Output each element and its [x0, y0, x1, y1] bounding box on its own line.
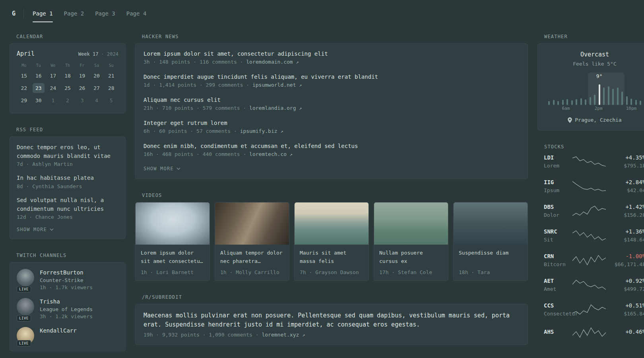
video-title[interactable]: Mauris sit amet massa felis — [300, 249, 363, 266]
story-domain-link[interactable]: loremdomain.com — [246, 59, 293, 65]
video-title[interactable]: Lorem ipsum dolor sit amet consectetu… — [141, 249, 204, 266]
story-domain-link[interactable]: ipsumify.biz — [240, 128, 277, 134]
stock-name: Lorem — [544, 163, 569, 169]
stock-row[interactable]: CCS Consectetur +0.51% $165.84 — [544, 302, 644, 317]
post-title[interactable]: Maecenas mollis pulvinar erat non posuer… — [144, 311, 520, 329]
avatar-image — [17, 269, 34, 286]
post-item[interactable]: Maecenas mollis pulvinar erat non posuer… — [144, 311, 520, 338]
tab-page-4[interactable]: Page 4 — [126, 9, 147, 18]
story-title[interactable]: Integer eget rutrum lorem — [144, 120, 520, 126]
video-title[interactable]: Aliquam tempor dolor nec pharetra… — [220, 249, 284, 266]
feed-item-meta: 8d · Cynthia Saunders — [17, 183, 118, 189]
calendar-day: 29 — [18, 95, 30, 105]
feed-item[interactable]: Donec tempor eros leo, ut commodo mauris… — [17, 143, 118, 167]
stock-price: $66,171.48 — [609, 261, 644, 267]
video-meta: 18h · Tara — [459, 269, 522, 275]
weather-location[interactable]: Prague, Czechia — [544, 117, 644, 123]
feed-item[interactable]: Sed volutpat nulla nisl, a condimentum n… — [17, 196, 118, 220]
post-domain-link[interactable]: loremnet.xyz — [262, 332, 299, 338]
story-item[interactable]: Donec imperdiet augue tincidunt felis al… — [144, 74, 520, 88]
feed-item-title[interactable]: In hac habitasse platea — [17, 174, 118, 183]
middle-column: HACKER NEWS Lorem ipsum dolor sit amet, … — [135, 34, 528, 358]
external-link-icon: ↗ — [296, 59, 299, 65]
tab-page-2[interactable]: Page 2 — [64, 9, 84, 18]
stocks-widget: STOCKS LDI Lorem +4.35% $795.18 IIG — [537, 144, 644, 338]
stock-row[interactable]: LDI Lorem +4.35% $795.18 — [544, 154, 644, 169]
weather-bar — [580, 98, 582, 105]
channel-name[interactable]: Trisha — [40, 298, 93, 305]
story-item[interactable]: Aliquam nec cursus elit 21h · 710 points… — [144, 97, 520, 111]
stock-row[interactable]: AHS +0.46% — [544, 327, 644, 338]
stock-name: Consectetur — [544, 311, 569, 317]
story-title[interactable]: Donec imperdiet augue tincidunt felis al… — [144, 74, 520, 80]
left-column: CALENDAR April Week 17 · 2024 MoTuWeThFr… — [10, 34, 126, 358]
tab-page-3[interactable]: Page 3 — [95, 9, 115, 18]
video-card[interactable]: Aliquam tempor dolor nec pharetra… 1h · … — [215, 202, 289, 281]
story-domain-link[interactable]: loremtech.co — [249, 151, 287, 157]
feed-item-title[interactable]: Donec tempor eros leo, ut commodo mauris… — [17, 143, 118, 160]
video-thumbnail[interactable] — [215, 202, 289, 245]
stock-sparkline — [572, 255, 606, 266]
stock-row[interactable]: DBS Dolor +1.42% $156.28 — [544, 204, 644, 218]
feed-item-title[interactable]: Sed volutpat nulla nisl, a condimentum n… — [17, 196, 118, 213]
story-item[interactable]: Donec enim nibh, condimentum et accumsan… — [144, 143, 520, 157]
tab-page-1[interactable]: Page 1 — [33, 9, 53, 18]
video-title[interactable]: Nullam posuere cursus ex — [379, 249, 443, 266]
story-domain-link[interactable]: ipsumworld.net — [252, 82, 296, 88]
video-title[interactable]: Suspendisse diam — [459, 249, 522, 266]
video-meta: 1h · Molly Carrillo — [220, 269, 284, 275]
stock-change: +0.51% — [609, 302, 644, 309]
story-title[interactable]: Lorem ipsum dolor sit amet, consectetur … — [144, 51, 520, 57]
weather-time-label: 6am — [562, 106, 570, 111]
stock-row[interactable]: CRN Bitcorn -1.00% $66,171.48 — [544, 253, 644, 267]
stock-symbol: SNRC — [544, 228, 569, 235]
story-title[interactable]: Donec enim nibh, condimentum et accumsan… — [144, 143, 520, 149]
video-card[interactable]: Mauris sit amet massa felis 7h · Grayson… — [294, 202, 369, 281]
story-item[interactable]: Integer eget rutrum lorem 6h · 60 points… — [144, 120, 520, 134]
calendar-day: 20 — [91, 71, 103, 81]
calendar-day: 25 — [62, 83, 74, 93]
story-item[interactable]: Lorem ipsum dolor sit amet, consectetur … — [144, 51, 520, 65]
weather-bar — [626, 96, 628, 105]
stock-sparkline — [572, 230, 606, 241]
feed-item[interactable]: In hac habitasse platea 8d · Cynthia Sau… — [17, 174, 118, 189]
channel-name[interactable]: KendallCarr — [40, 327, 77, 334]
twitch-channel[interactable]: LIVE KendallCarr — [17, 327, 118, 344]
video-card[interactable]: Suspendisse diam 18h · Tara — [453, 202, 528, 281]
hacker-news-show-more-button[interactable]: SHOW MORE — [144, 166, 180, 171]
video-thumbnail[interactable] — [374, 202, 448, 245]
stock-name: Ipsum — [544, 187, 569, 193]
channel-name[interactable]: ForrestBurton — [40, 269, 93, 276]
story-title[interactable]: Aliquam nec cursus elit — [144, 97, 520, 103]
video-card[interactable]: Lorem ipsum dolor sit amet consectetu… 1… — [135, 202, 210, 281]
stock-row[interactable]: IIG Ipsum +2.84% $42.04 — [544, 179, 644, 193]
stock-row[interactable]: SNRC Sit +1.36% $148.64 — [544, 228, 644, 243]
story-domain-link[interactable]: loremlandia.org — [249, 105, 296, 111]
twitch-channel[interactable]: LIVE Trisha League of Legends 3h · 1.2k … — [17, 298, 118, 319]
weather-time-label: 10pm — [626, 106, 637, 111]
external-link-icon: ↗ — [299, 105, 302, 111]
video-thumbnail[interactable] — [295, 202, 369, 245]
nav-separator — [23, 9, 24, 18]
channel-avatar: LIVE — [17, 298, 34, 319]
video-card[interactable]: Nullam posuere cursus ex 17h · Stefan Co… — [374, 202, 448, 281]
video-meta: 17h · Stefan Cole — [379, 269, 443, 275]
twitch-channel[interactable]: LIVE ForrestBurton Counter-Strike 1h · 1… — [17, 269, 118, 290]
video-thumbnail[interactable] — [136, 202, 209, 245]
channel-game: League of Legends — [40, 306, 93, 312]
video-thumbnail[interactable] — [454, 202, 528, 245]
rss-show-more-button[interactable]: SHOW MORE — [17, 227, 54, 232]
calendar-widget-title: CALENDAR — [16, 34, 126, 39]
top-nav: G Page 1 Page 2 Page 3 Page 4 — [0, 0, 644, 27]
calendar-day-header: We — [46, 61, 60, 70]
stock-row[interactable]: AET Amet +0.92% $499.72 — [544, 278, 644, 292]
subreddit-widget: /R/SUBREDDIT Maecenas mollis pulvinar er… — [135, 294, 528, 345]
weather-bar — [603, 88, 605, 105]
twitch-card: LIVE ForrestBurton Counter-Strike 1h · 1… — [10, 262, 126, 351]
stock-symbol: DBS — [544, 204, 569, 210]
app-logo[interactable]: G — [10, 10, 18, 17]
calendar-day: 1 — [47, 95, 59, 105]
post-meta: 19h · 9,932 points · 1,090 comments · lo… — [144, 332, 520, 338]
weather-times: 6am2pm10pm — [547, 106, 643, 111]
feed-item-meta: 7d · Ashlyn Martin — [17, 161, 118, 167]
